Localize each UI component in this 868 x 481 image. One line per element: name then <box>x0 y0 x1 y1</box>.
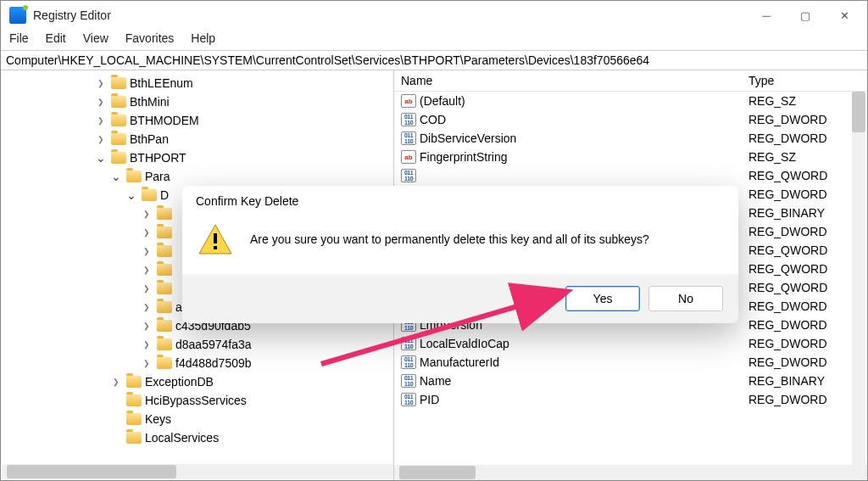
minimize-button[interactable]: ─ <box>747 3 786 28</box>
menu-file[interactable]: File <box>9 31 29 45</box>
dialog-title: Confirm Key Delete <box>182 186 738 215</box>
value-row[interactable]: 011110REG_QWORD <box>394 166 867 185</box>
folder-icon <box>142 189 157 201</box>
titlebar: Registry Editor ─ ▢ ✕ <box>1 1 867 30</box>
value-type: REG_DWORD <box>742 113 867 126</box>
value-name: FingerprintString <box>420 150 508 164</box>
value-name: COD <box>420 113 446 126</box>
expand-icon[interactable] <box>140 356 153 370</box>
tree-item-label: BTHPORT <box>130 151 186 165</box>
tree-item-label: ExceptionDB <box>145 375 214 389</box>
value-name: PID <box>420 393 439 406</box>
tree-item[interactable]: BthLEEnum <box>1 74 393 92</box>
menu-edit[interactable]: Edit <box>46 31 66 45</box>
menu-view[interactable]: View <box>83 31 108 45</box>
tree-item[interactable]: f4d488d7509b <box>1 354 393 372</box>
expand-icon[interactable] <box>94 95 108 109</box>
folder-icon <box>157 208 172 220</box>
tree-item[interactable]: LocalServices <box>1 428 393 447</box>
expand-icon[interactable] <box>140 207 153 221</box>
expand-icon[interactable] <box>109 170 123 183</box>
value-type: REG_DWORD <box>742 355 867 369</box>
value-row[interactable]: 011110DibServiceVersionREG_DWORD <box>394 129 867 148</box>
tree-item-label: BthMini <box>130 95 170 109</box>
value-type: REG_DWORD <box>742 393 867 406</box>
menu-help[interactable]: Help <box>191 31 215 45</box>
tree-item-label: Para <box>145 170 170 183</box>
value-row[interactable]: 011110CODREG_DWORD <box>394 110 867 129</box>
tree-item[interactable]: BTHPORT <box>1 148 393 167</box>
value-type: REG_QWORD <box>742 262 867 276</box>
registry-editor-window: Registry Editor ─ ▢ ✕ File Edit View Fav… <box>0 0 868 481</box>
folder-icon <box>111 96 126 108</box>
horizontal-scrollbar[interactable] <box>394 465 867 480</box>
expand-icon[interactable] <box>109 412 123 426</box>
menu-favorites[interactable]: Favorites <box>125 31 175 45</box>
tree-horizontal-scrollbar[interactable] <box>2 464 393 479</box>
expand-icon[interactable] <box>94 114 108 127</box>
tree-item[interactable]: BthMini <box>1 92 393 111</box>
column-type[interactable]: Type <box>742 70 867 91</box>
value-type: REG_DWORD <box>742 187 867 201</box>
expand-icon[interactable] <box>94 132 108 146</box>
svg-rect-1 <box>214 233 217 243</box>
expand-icon[interactable] <box>125 188 138 202</box>
value-row[interactable]: 011110LocalEvaldIoCapREG_DWORD <box>394 334 867 353</box>
binary-value-icon: 011110 <box>401 113 416 126</box>
tree-item-label: D <box>160 188 169 202</box>
value-type: REG_QWORD <box>742 169 867 182</box>
expand-icon[interactable] <box>140 319 153 333</box>
expand-icon[interactable] <box>140 244 153 258</box>
expand-icon[interactable] <box>140 300 153 314</box>
expand-icon[interactable] <box>140 338 153 351</box>
expand-icon[interactable] <box>140 263 153 277</box>
folder-icon <box>111 115 126 126</box>
tree-item[interactable]: Keys <box>1 410 393 428</box>
expand-icon[interactable] <box>140 226 153 239</box>
tree-item[interactable]: BthPan <box>1 130 393 148</box>
tree-item[interactable]: Para <box>1 167 393 186</box>
binary-value-icon: 011110 <box>401 337 416 350</box>
expand-icon[interactable] <box>109 394 123 407</box>
value-row[interactable]: 011110NameREG_BINARY <box>394 372 867 390</box>
tree-item[interactable]: HciBypassServices <box>1 391 393 410</box>
binary-value-icon: 011110 <box>401 393 416 406</box>
dialog-footer: Yes No <box>182 274 738 323</box>
column-name[interactable]: Name <box>394 70 742 91</box>
value-header: Name Type <box>394 70 867 92</box>
expand-icon[interactable] <box>109 431 123 445</box>
close-button[interactable]: ✕ <box>825 3 864 28</box>
expand-icon[interactable] <box>94 76 108 90</box>
expand-icon[interactable] <box>140 282 153 295</box>
window-title: Registry Editor <box>33 8 747 22</box>
no-button[interactable]: No <box>648 286 723 311</box>
folder-icon <box>157 264 172 276</box>
dialog-body: Are you sure you want to permanently del… <box>182 215 738 274</box>
address-bar[interactable]: Computer\HKEY_LOCAL_MACHINE\SYSTEM\Curre… <box>1 50 867 70</box>
value-row[interactable]: ab(Default)REG_SZ <box>394 92 867 110</box>
expand-icon[interactable] <box>94 151 108 165</box>
value-type: REG_QWORD <box>742 243 867 257</box>
folder-icon <box>157 357 172 369</box>
menu-bar: File Edit View Favorites Help <box>1 30 867 50</box>
value-row[interactable]: 011110PIDREG_DWORD <box>394 390 867 409</box>
tree-item-label: f4d488d7509b <box>175 356 252 370</box>
tree-item[interactable]: BTHMODEM <box>1 111 393 130</box>
yes-button[interactable]: Yes <box>565 286 640 311</box>
folder-icon <box>111 152 126 164</box>
value-name: (Default) <box>420 94 465 108</box>
binary-value-icon: 011110 <box>401 355 416 369</box>
folder-icon <box>111 133 126 145</box>
tree-item[interactable]: d8aa5974fa3a <box>1 335 393 354</box>
warning-icon <box>198 223 233 255</box>
value-row[interactable]: abFingerprintStringREG_SZ <box>394 148 867 166</box>
tree-item[interactable]: ExceptionDB <box>1 372 393 391</box>
value-name: ManufacturerId <box>420 355 499 369</box>
app-icon <box>9 7 26 24</box>
tree-item-label: BthPan <box>130 132 169 146</box>
value-type: REG_SZ <box>742 150 867 164</box>
expand-icon[interactable] <box>109 375 123 389</box>
value-row[interactable]: 011110ManufacturerIdREG_DWORD <box>394 353 867 372</box>
maximize-button[interactable]: ▢ <box>786 3 825 28</box>
value-type: REG_BINARY <box>742 374 867 388</box>
